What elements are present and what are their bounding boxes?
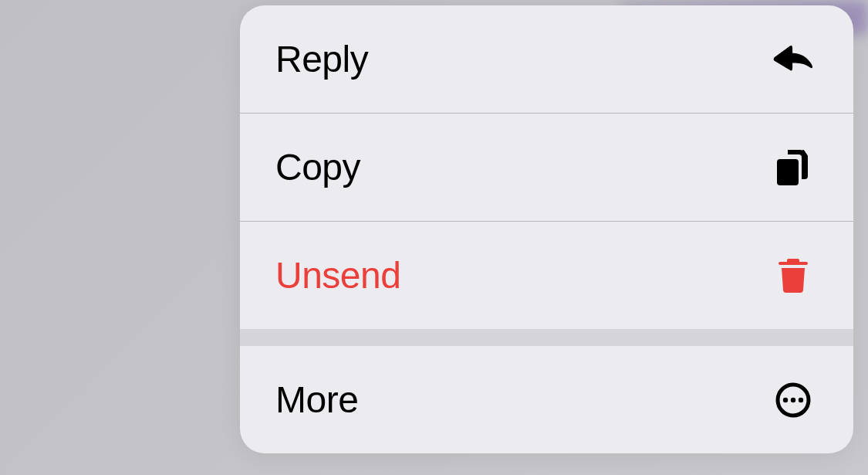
svg-point-3 [791,397,795,402]
menu-item-label: More [275,378,358,421]
menu-item-unsend[interactable]: Unsend [240,222,853,329]
menu-item-label: Reply [275,38,368,80]
svg-point-2 [783,397,788,402]
menu-section-divider [240,329,853,346]
more-icon [772,378,815,422]
menu-item-label: Unsend [275,254,400,297]
trash-icon [772,254,815,297]
svg-rect-0 [777,159,799,185]
copy-icon [772,146,815,189]
menu-item-label: Copy [275,146,360,188]
context-menu: Reply Copy Unsend More [240,5,853,453]
menu-item-reply[interactable]: Reply [240,5,853,113]
reply-icon [772,38,815,81]
svg-point-4 [799,397,803,402]
menu-item-more[interactable]: More [240,346,853,453]
menu-item-copy[interactable]: Copy [240,114,853,221]
